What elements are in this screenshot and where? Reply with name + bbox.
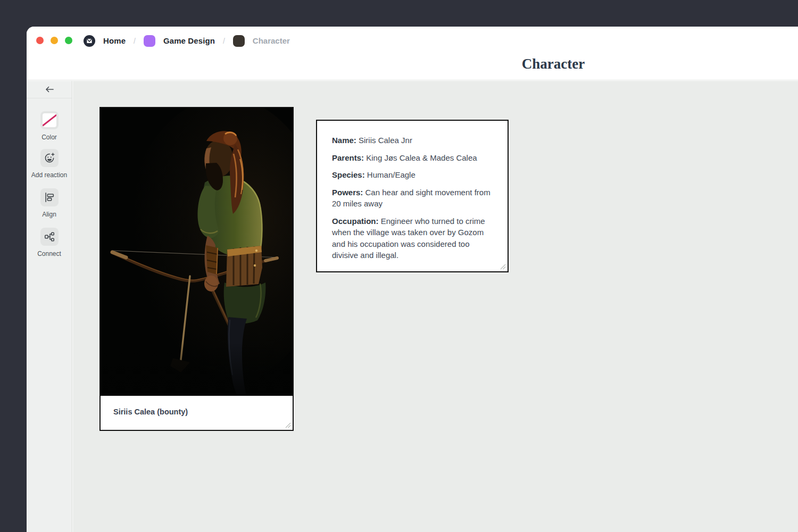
board-title[interactable]: Character: [522, 56, 585, 72]
color-button[interactable]: [40, 111, 59, 129]
tool-label: Add reaction: [31, 172, 67, 179]
window-controls: [36, 37, 72, 44]
connect-button[interactable]: [40, 228, 59, 246]
add-reaction-button[interactable]: [40, 149, 59, 167]
breadcrumb-separator: /: [134, 37, 136, 45]
field-occupation: Occupation: Engineer who turned to crime…: [332, 215, 493, 261]
align-left-icon: [44, 192, 55, 203]
breadcrumb-game-design[interactable]: Game Design: [163, 36, 215, 45]
image-caption-text[interactable]: Siriis Calea (bounty): [113, 408, 188, 416]
resize-handle-icon[interactable]: [499, 263, 506, 270]
tool-label: Align: [42, 211, 56, 218]
connect-nodes-icon: [44, 231, 55, 243]
tool-add-reaction: Add reaction: [27, 149, 72, 179]
field-name: Name: Siriis Calea Jnr: [332, 135, 493, 146]
minimize-window-button[interactable]: [51, 37, 58, 44]
board-tile-icon-game-design[interactable]: [144, 35, 155, 47]
board-tile-icon-character[interactable]: [233, 35, 245, 47]
breadcrumb-character: Character: [253, 36, 290, 45]
field-powers: Powers: Can hear and sight movement from…: [332, 187, 493, 210]
image-card[interactable]: Siriis Calea (bounty): [99, 107, 294, 431]
field-parents: Parents: King Jøs Calea & Mades Calea: [332, 152, 493, 164]
milanote-logo-icon[interactable]: [84, 35, 95, 47]
text-card[interactable]: Name: Siriis Calea Jnr Parents: King Jøs…: [316, 120, 509, 272]
header-bar: Home / Game Design / Character Character: [27, 27, 798, 80]
align-button[interactable]: [40, 188, 59, 206]
close-window-button[interactable]: [36, 37, 44, 44]
tool-label: Color: [41, 134, 57, 141]
breadcrumb: Home / Game Design / Character: [84, 27, 290, 55]
field-species: Species: Human/Eagle: [332, 169, 493, 181]
tool-connect: Connect: [27, 228, 72, 257]
breadcrumb-separator: /: [223, 37, 225, 45]
image-caption-area[interactable]: Siriis Calea (bounty): [101, 396, 293, 430]
toolbar-sidebar: Color Add reaction: [27, 81, 72, 532]
tool-align: Align: [27, 188, 72, 218]
archer-photo: [101, 108, 293, 396]
collapse-toolbar-button[interactable]: [27, 81, 72, 98]
zoom-window-button[interactable]: [65, 37, 72, 44]
tool-color: Color: [27, 111, 72, 141]
tool-label: Connect: [37, 251, 61, 257]
back-arrow-icon: [45, 86, 54, 93]
smiley-plus-icon: [44, 152, 55, 164]
color-swatch-icon: [43, 113, 56, 127]
breadcrumb-home[interactable]: Home: [103, 36, 126, 45]
app-window: Home / Game Design / Character Character…: [27, 27, 798, 532]
resize-handle-icon[interactable]: [284, 421, 291, 428]
board-canvas[interactable]: Siriis Calea (bounty) Name: Siriis Calea…: [73, 81, 798, 532]
